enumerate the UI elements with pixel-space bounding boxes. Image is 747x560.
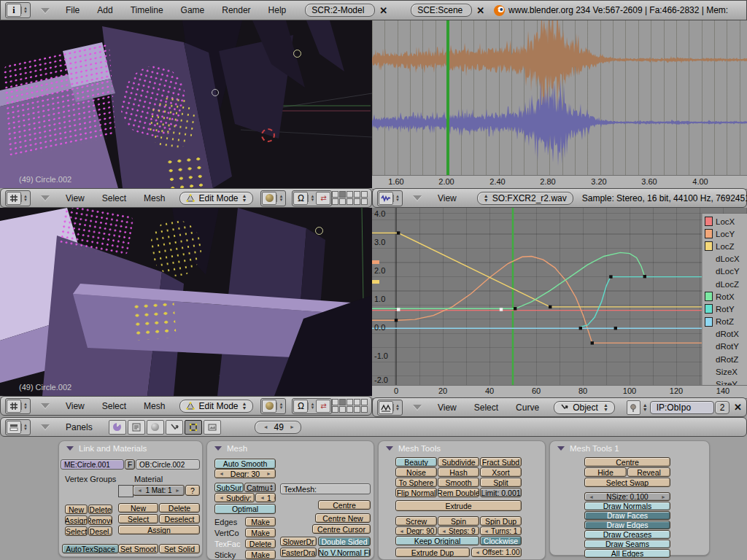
menu-timeline[interactable]: Timeline [122, 5, 172, 15]
extrude-button[interactable]: Extrude [395, 500, 522, 511]
editing-context-icon[interactable] [185, 420, 202, 435]
ipo-browse-stepper[interactable]: ▲▼ [643, 403, 648, 412]
menu-help[interactable]: Help [260, 5, 295, 15]
ipo-channel[interactable]: dRotX [703, 328, 747, 341]
keep-original-toggle[interactable]: Keep Original [395, 536, 479, 545]
spin-button[interactable]: Spin [438, 516, 479, 526]
texface-delete-button[interactable]: Delete [245, 539, 276, 548]
ipo-unlink-button[interactable]: ✕ [729, 402, 746, 413]
reveal-button[interactable]: Reveal [627, 467, 670, 477]
editor-type-button[interactable]: ▲▼ [5, 398, 31, 414]
turns-stepper[interactable]: ◄Turns: 1► [480, 526, 522, 535]
3d-viewport-top[interactable]: (49) Circle.002 [0, 20, 373, 188]
flip-normal-button[interactable]: Flip Normal [395, 488, 437, 497]
ipo-type-selector[interactable]: Object▲▼ [554, 401, 615, 414]
audio-waveform-area[interactable] [372, 20, 747, 175]
menu-collapse-icon[interactable] [41, 8, 50, 13]
editor-type-button[interactable]: ▲▼ [5, 419, 31, 435]
draw-seams-toggle[interactable]: Draw Seams [584, 540, 670, 548]
menu-panels[interactable]: Panels [57, 422, 101, 432]
material-delete-button[interactable]: Delete [159, 503, 200, 513]
degr-stepper[interactable]: ◄Degr: 30► [214, 469, 276, 478]
editor-type-button[interactable]: ▲▼ [377, 400, 403, 416]
ipo-channel[interactable]: LocZ [703, 240, 747, 252]
panel-collapse-icon[interactable] [66, 446, 74, 451]
header-collapse-icon[interactable] [41, 403, 50, 408]
frame-number-stepper[interactable]: ◄ 49 ► [255, 421, 301, 434]
shading-context-icon[interactable] [147, 420, 164, 435]
header-collapse-icon[interactable] [413, 195, 422, 201]
scene-selector[interactable]: SCE:Scene [411, 4, 472, 17]
split-button[interactable]: Split [480, 478, 522, 487]
double-sided-toggle[interactable]: Double Sided [318, 537, 371, 546]
optimal-toggle[interactable]: Optimal [214, 504, 276, 514]
faster-draw-button[interactable]: FasterDra [280, 548, 317, 557]
slower-draw-button[interactable]: SlowerDr [280, 537, 317, 546]
fake-user-button[interactable]: F [125, 459, 135, 470]
draw-faces-toggle[interactable]: Draw Faces [584, 511, 670, 520]
screen-selector[interactable]: SCR:2-Model [305, 4, 375, 17]
logic-context-icon[interactable] [109, 420, 126, 435]
ipo-channel[interactable]: RotY [703, 303, 747, 315]
centre-cursor-button[interactable]: Centre Cursor [312, 524, 371, 534]
vgroup-select-button[interactable]: Select [65, 526, 88, 536]
degr90-stepper[interactable]: ◄Degr: 90► [395, 526, 437, 535]
limit-slider[interactable]: Limit: 0.001 [480, 488, 522, 497]
menu-view[interactable]: View [429, 402, 465, 413]
centre-button[interactable]: Centre [318, 500, 371, 510]
clockwise-toggle[interactable]: Clockwise [480, 536, 522, 545]
rem-double-button[interactable]: Rem Double [438, 488, 479, 497]
header-collapse-icon[interactable] [41, 424, 50, 429]
no-vnormal-flip-toggle[interactable]: No V.Normal Fl [318, 548, 371, 557]
draw-normals-toggle[interactable]: Draw Normals [584, 502, 670, 510]
audio-time-ruler[interactable]: 1.60 2.00 2.40 2.80 3.20 3.60 4.00 [372, 175, 747, 190]
proportional-edit-button[interactable]: Ω ▲▼ ⇄ [292, 398, 332, 414]
material-count-stepper[interactable]: ◄1 Mat: 1► [133, 485, 185, 496]
panel-collapse-icon[interactable] [214, 446, 222, 451]
texmesh-field[interactable]: TexMesh: [280, 483, 371, 494]
menu-add[interactable]: Add [88, 5, 121, 15]
ipo-channel[interactable]: dRotY [703, 341, 747, 353]
ipo-users-button[interactable]: 2 [715, 401, 729, 414]
ipo-channel[interactable]: dLocY [703, 265, 747, 278]
xsort-button[interactable]: Xsort [480, 467, 522, 477]
subsurf-toggle[interactable]: SubSur [214, 483, 244, 492]
material-help-button[interactable]: ? [185, 485, 200, 496]
ipo-curve-area[interactable]: 4.0 3.0 2.0 1.0 0.0 -1.0 -2.0 LocX LocY … [372, 208, 747, 385]
panel-collapse-icon[interactable] [557, 446, 565, 451]
draw-mode-button[interactable]: ▲▼ [260, 398, 286, 414]
vgroup-deselect-button[interactable]: Desel. [88, 526, 112, 536]
header-collapse-icon[interactable] [41, 195, 50, 201]
audio-playhead[interactable] [446, 20, 449, 175]
menu-game[interactable]: Game [172, 5, 214, 15]
fract-subd-button[interactable]: Fract Subd [480, 457, 522, 467]
material-new-button[interactable]: New [118, 503, 158, 513]
menu-view[interactable]: View [57, 193, 93, 203]
render-subdiv-stepper[interactable]: ◄1► [255, 493, 276, 502]
nsize-stepper[interactable]: ◄NSize: 0.100► [584, 492, 670, 501]
mode-selector[interactable]: Edit Mode▲▼ [179, 192, 253, 205]
sound-datablock-selector[interactable]: ▲▼ SO:FXCR2_r2.wav [477, 192, 573, 205]
object-context-icon[interactable] [166, 420, 183, 435]
hide-button[interactable]: Hide [584, 467, 627, 477]
material-assign-button[interactable]: Assign [118, 525, 200, 534]
spin-dup-button[interactable]: Spin Dup [480, 516, 522, 526]
frame-increment-icon[interactable]: ► [287, 424, 297, 429]
menu-mesh[interactable]: Mesh [135, 401, 174, 411]
vgroup-new-button[interactable]: New [65, 505, 88, 514]
subsurf-type-dropdown[interactable]: Catmu▲▼ [244, 483, 276, 492]
ipo-channel[interactable]: dLocZ [703, 278, 747, 290]
menu-select[interactable]: Select [93, 401, 135, 411]
pin-icon-button[interactable] [627, 400, 640, 415]
to-sphere-button[interactable]: To Sphere [395, 478, 437, 487]
frame-decrement-icon[interactable]: ◄ [261, 424, 271, 429]
vgroup-remove-button[interactable]: Remove [88, 516, 112, 525]
ipo-channel[interactable]: dRotZ [703, 353, 747, 365]
menu-select[interactable]: Select [465, 402, 507, 413]
ipo-channel[interactable]: RotZ [703, 316, 747, 328]
ipo-channel[interactable]: SizeY [703, 378, 747, 385]
beauty-toggle[interactable]: Beauty [395, 457, 437, 467]
vgroup-delete-button[interactable]: Delete [88, 505, 112, 514]
header-collapse-icon[interactable] [413, 405, 422, 410]
hash-button[interactable]: Hash [438, 467, 479, 477]
